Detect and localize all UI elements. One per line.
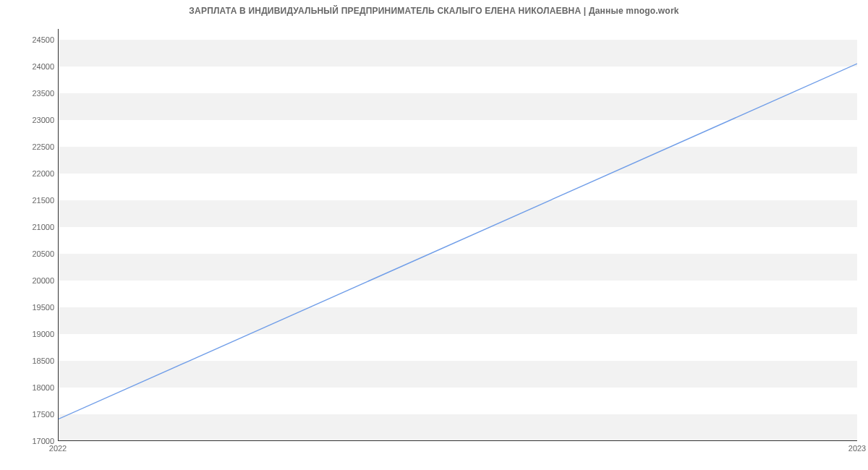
x-tick-label: 2023	[848, 444, 866, 453]
plot-area	[58, 29, 857, 441]
y-tick-label: 18500	[4, 356, 54, 365]
y-tick-label: 23500	[4, 89, 54, 98]
y-tick-label: 23000	[4, 116, 54, 124]
chart-title: ЗАРПЛАТА В ИНДИВИДУАЛЬНЫЙ ПРЕДПРИНИМАТЕЛ…	[0, 6, 868, 16]
y-tick-label: 19500	[4, 303, 54, 312]
x-tick-label: 2022	[49, 444, 67, 453]
y-tick-label: 24500	[4, 35, 54, 44]
y-tick-label: 22500	[4, 142, 54, 151]
y-tick-label: 20500	[4, 249, 54, 258]
y-tick-label: 21000	[4, 223, 54, 231]
y-tick-label: 17000	[4, 437, 54, 445]
chart-container: ЗАРПЛАТА В ИНДИВИДУАЛЬНЫЙ ПРЕДПРИНИМАТЕЛ…	[0, 0, 868, 470]
y-tick-label: 18000	[4, 383, 54, 392]
y-tick-label: 22000	[4, 169, 54, 178]
line-series	[59, 29, 857, 440]
y-tick-label: 19000	[4, 330, 54, 338]
y-tick-label: 20000	[4, 276, 54, 285]
y-tick-label: 21500	[4, 196, 54, 205]
y-tick-label: 17500	[4, 410, 54, 419]
y-tick-label: 24000	[4, 62, 54, 71]
